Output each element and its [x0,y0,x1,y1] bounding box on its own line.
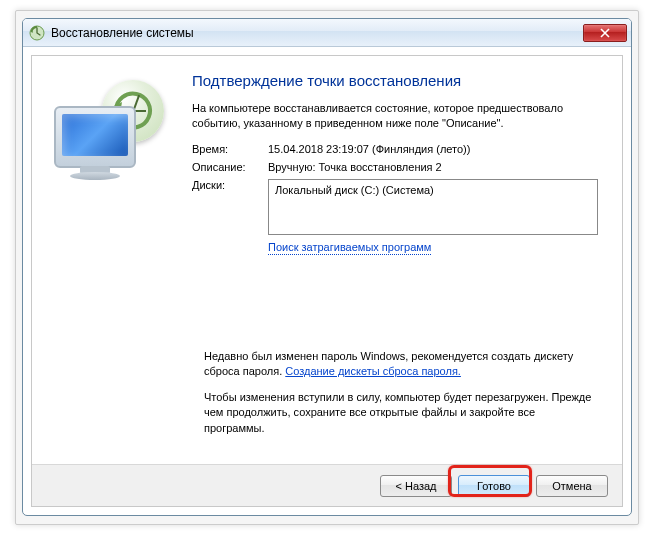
password-notice: Недавно был изменен пароль Windows, реко… [204,349,598,380]
affected-programs-link[interactable]: Поиск затрагиваемых программ [268,241,431,255]
description-row: Описание: Вручную: Точка восстановления … [192,161,598,173]
finish-button[interactable]: Готово [458,475,530,497]
description-value: Вручную: Точка восстановления 2 [268,161,598,173]
titlebar[interactable]: Восстановление системы [23,19,631,47]
restore-illustration [46,74,176,184]
cancel-button[interactable]: Отмена [536,475,608,497]
time-label: Время: [192,143,268,155]
disks-row: Диски: Локальный диск (C:) (Система) [192,179,598,235]
window-title: Восстановление системы [51,26,194,40]
close-icon [600,28,610,38]
page-heading: Подтверждение точки восстановления [192,72,598,89]
disks-label: Диски: [192,179,268,235]
button-bar: < Назад Готово Отмена [32,464,622,506]
left-pane [32,56,192,464]
dialog-inner: Подтверждение точки восстановления На ко… [31,55,623,507]
back-button[interactable]: < Назад [380,475,452,497]
monitor-icon [54,106,136,168]
password-disk-link[interactable]: Создание дискеты сброса пароля. [285,365,461,377]
disks-listbox[interactable]: Локальный диск (C:) (Система) [268,179,598,235]
notices: Недавно был изменен пароль Windows, реко… [204,349,598,446]
time-row: Время: 15.04.2018 23:19:07 (Финляндия (л… [192,143,598,155]
description-label: Описание: [192,161,268,173]
dialog-window: Восстановление системы [22,18,632,516]
time-value: 15.04.2018 23:19:07 (Финляндия (лето)) [268,143,598,155]
intro-text: На компьютере восстанавливается состояни… [192,101,598,131]
reboot-notice: Чтобы изменения вступили в силу, компьют… [204,390,598,436]
disk-item: Локальный диск (C:) (Система) [275,184,434,196]
system-restore-icon [29,25,45,41]
close-button[interactable] [583,24,627,42]
